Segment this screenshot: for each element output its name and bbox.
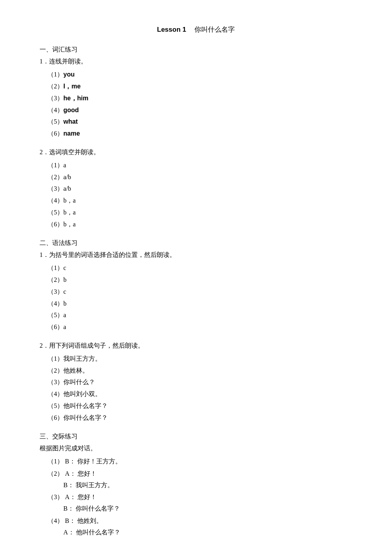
- item-num: （2）: [48, 367, 63, 374]
- exercise1-1-items: （1）you（2）I，me（3）he，him（4）good（5）what（6）n…: [40, 69, 352, 140]
- item-content: 你叫什么？: [63, 379, 95, 385]
- list-item: （1）a: [48, 160, 352, 171]
- dialog-text: 您好！: [78, 494, 97, 500]
- list-item: （1）you: [48, 69, 352, 80]
- list-item: （5）what: [48, 116, 352, 128]
- item-content: 他姓林。: [63, 367, 89, 374]
- list-item: （3）c: [48, 286, 352, 298]
- list-item: （5）b，a: [48, 207, 352, 218]
- item-num: （3）: [48, 185, 63, 192]
- item-content: 你叫什么名字？: [63, 414, 108, 421]
- dialog-num: （3）: [48, 494, 63, 500]
- dialog-text: 您好！: [78, 470, 97, 477]
- title-chinese: 你叫什么名字: [194, 26, 235, 33]
- item-num: （5）: [48, 118, 63, 125]
- list-item: （2）I，me: [48, 81, 352, 92]
- dialog-text: 他姓刘。: [77, 517, 103, 524]
- dialog-text: 你好！王方方。: [77, 458, 122, 465]
- list-item: （3）你叫什么？: [48, 377, 352, 388]
- list-item: （3）he，him: [48, 93, 352, 104]
- dialog-item: （1） B： 你好！王方方。: [40, 456, 352, 467]
- section3-header: 三、交际练习: [40, 431, 352, 442]
- section1-header: 一、词汇练习: [40, 44, 352, 56]
- exercise2-2-items: （1）我叫王方方。（2）他姓林。（3）你叫什么？（4）他叫刘小双。（5）他叫什么…: [40, 353, 352, 424]
- dialog-item: （3） A： 您好！B： 你叫什么名字？: [40, 492, 352, 515]
- item-content: name: [63, 130, 80, 137]
- item-num: （1）: [48, 264, 63, 271]
- list-item: （6）你叫什么名字？: [48, 412, 352, 424]
- item-num: （6）: [48, 414, 63, 421]
- dialog-line: B： 你叫什么名字？: [63, 503, 352, 515]
- list-item: （6）b，a: [48, 219, 352, 230]
- dialog-line: A： 他叫什么名字？: [63, 527, 352, 538]
- item-content: b，a: [63, 221, 76, 228]
- item-content: a/b: [63, 185, 71, 192]
- item-content: c: [63, 288, 66, 295]
- item-content: 我叫王方方。: [63, 355, 101, 362]
- dialog-item: （2） A： 您好！B： 我叫王方方。: [40, 468, 352, 491]
- item-num: （3）: [48, 95, 63, 101]
- dialog-speaker: A：: [63, 529, 74, 536]
- item-content: b，a: [63, 209, 76, 216]
- dialog-speaker: A：: [65, 470, 76, 477]
- item-content: a/b: [63, 174, 71, 180]
- list-item: （5）a: [48, 310, 352, 321]
- list-item: （2）a/b: [48, 172, 352, 183]
- item-num: （4）: [48, 390, 63, 397]
- item-content: he，him: [63, 95, 88, 101]
- item-num: （4）: [48, 300, 63, 307]
- dialog-speaker: B：: [65, 517, 76, 524]
- exercise1-2-items: （1）a（2）a/b（3）a/b（4）b，a（5）b，a（6）b，a: [40, 160, 352, 230]
- exercise1-2-label: 2．选词填空并朗读。: [40, 147, 352, 158]
- section1: 一、词汇练习 1．连线并朗读。 （1）you（2）I，me（3）he，him（4…: [40, 44, 352, 230]
- item-num: （6）: [48, 323, 63, 330]
- item-num: （3）: [48, 379, 63, 385]
- dialog-text: 你叫什么名字？: [76, 505, 120, 512]
- item-num: （3）: [48, 288, 63, 295]
- dialog-line: （3） A： 您好！: [48, 492, 352, 503]
- list-item: （1）我叫王方方。: [48, 353, 352, 365]
- item-content: b: [63, 300, 67, 307]
- list-item: （4）b: [48, 298, 352, 310]
- dialog-speaker: B：: [63, 505, 74, 512]
- item-num: （5）: [48, 312, 63, 318]
- section2: 二、语法练习 1．为括号里的词语选择合适的位置，然后朗读。 （1）c（2）b（3…: [40, 237, 352, 424]
- section2-header: 二、语法练习: [40, 237, 352, 249]
- item-num: （1）: [48, 71, 63, 78]
- list-item: （6）name: [48, 128, 352, 140]
- dialog-line: （4） B： 他姓刘。: [48, 515, 352, 527]
- item-content: c: [63, 264, 66, 271]
- item-content: b: [63, 276, 67, 283]
- exercise2-1-label: 1．为括号里的词语选择合适的位置，然后朗读。: [40, 249, 352, 261]
- item-content: what: [63, 118, 78, 125]
- list-item: （2）他姓林。: [48, 365, 352, 377]
- lesson-label: Lesson 1: [157, 26, 186, 33]
- dialog-line: B： 我叫王方方。: [63, 480, 352, 491]
- list-item: （2）b: [48, 274, 352, 286]
- item-content: good: [63, 107, 79, 113]
- exercise2-2-label: 2．用下列词语组成句子，然后朗读。: [40, 340, 352, 352]
- item-num: （1）: [48, 355, 63, 362]
- dialog-num: （1）: [48, 458, 63, 465]
- dialog-text: 我叫王方方。: [76, 482, 114, 488]
- item-content: 他叫刘小双。: [63, 390, 101, 397]
- item-num: （1）: [48, 162, 63, 168]
- dialog-speaker: B：: [63, 482, 74, 488]
- item-num: （2）: [48, 83, 63, 90]
- section3-dialogs: （1） B： 你好！王方方。（2） A： 您好！B： 我叫王方方。（3） A： …: [40, 456, 352, 538]
- item-content: you: [63, 71, 74, 78]
- dialog-num: （2）: [48, 470, 63, 477]
- item-num: （6）: [48, 221, 63, 228]
- item-num: （5）: [48, 402, 63, 409]
- list-item: （4）他叫刘小双。: [48, 388, 352, 400]
- item-num: （2）: [48, 174, 63, 180]
- list-item: （4）good: [48, 105, 352, 116]
- item-num: （4）: [48, 197, 63, 204]
- exercise1-1-label: 1．连线并朗读。: [40, 56, 352, 67]
- item-num: （6）: [48, 130, 63, 137]
- dialog-speaker: B：: [65, 458, 76, 465]
- item-content: 他叫什么名字？: [63, 402, 108, 409]
- list-item: （4）b，a: [48, 195, 352, 207]
- list-item: （5）他叫什么名字？: [48, 400, 352, 412]
- item-content: a: [63, 162, 66, 168]
